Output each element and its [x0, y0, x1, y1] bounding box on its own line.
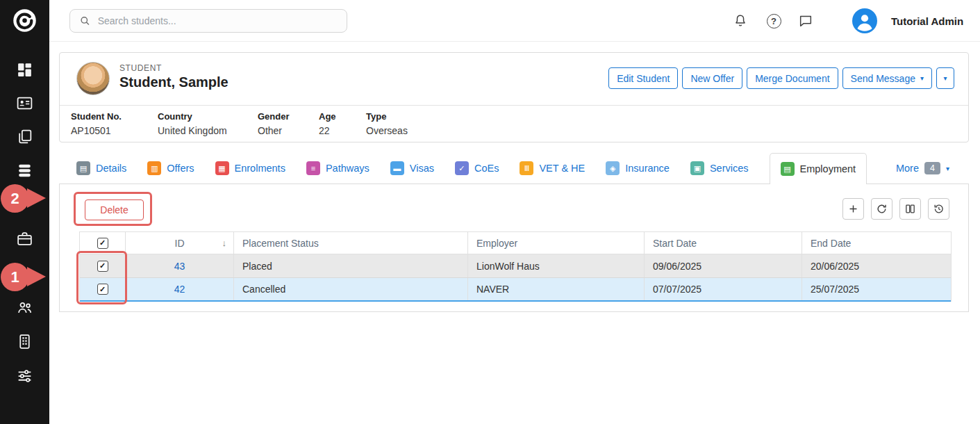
tab-label: Offers [167, 163, 194, 174]
cell-start-date: 07/07/2025 [645, 278, 802, 300]
tab-pathways[interactable]: ≡Pathways [306, 153, 369, 184]
student-header-card: STUDENT Student, Sample Edit Student New… [59, 52, 969, 142]
id-link[interactable]: 43 [174, 261, 185, 272]
tab-label: VET & HE [539, 163, 585, 174]
header-label: ID [175, 238, 185, 249]
tab-insurance[interactable]: ◈Insurance [606, 153, 670, 184]
header-start-date[interactable]: Start Date [645, 232, 802, 254]
sidebar-item-courses[interactable] [16, 162, 33, 179]
tab-label: Visas [410, 163, 434, 174]
sort-desc-icon: ↓ [222, 238, 227, 248]
tab-label: Enrolments [235, 163, 285, 174]
header-end-date[interactable]: End Date [802, 232, 951, 254]
sidebar-item-employment[interactable] [16, 230, 33, 247]
tab-coes[interactable]: ✓CoEs [455, 153, 499, 184]
sidebar-item-organisations[interactable] [16, 333, 33, 350]
delete-button[interactable]: Delete [85, 199, 144, 220]
tab-label: CoEs [474, 163, 499, 174]
table-row[interactable]: ✓ 42 Cancelled NAVER 07/07/2025 25/07/20… [80, 278, 951, 302]
tab-vet-he[interactable]: ⅢVET & HE [520, 153, 585, 184]
help-glyph: ? [771, 16, 776, 26]
messages-button[interactable] [797, 13, 814, 29]
info-label: Student No. [71, 111, 122, 122]
header-id[interactable]: ID↓ [126, 232, 234, 254]
building-icon [16, 333, 33, 350]
refresh-icon [876, 203, 888, 215]
caret-down-icon: ▾ [920, 75, 924, 82]
courses-stack-icon [16, 162, 33, 179]
table-header-row: ✓ ID↓ Placement Status Employer Start Da… [80, 232, 951, 254]
info-student-no: Student No.AP10501 [71, 111, 122, 136]
student-photo [76, 62, 110, 95]
help-button[interactable]: ? [765, 13, 782, 29]
app-logo[interactable] [11, 7, 38, 34]
cell-start-date: 09/06/2025 [645, 254, 802, 277]
user-menu[interactable] [852, 8, 877, 33]
tab-more[interactable]: More 4 ▾ [896, 153, 949, 184]
info-value: AP10501 [71, 125, 122, 136]
header-placement-status[interactable]: Placement Status [234, 232, 468, 254]
employment-tab-icon: ▤ [781, 162, 795, 176]
notifications-button[interactable] [732, 13, 749, 29]
table-toolbar [842, 198, 949, 220]
history-button[interactable] [928, 198, 949, 220]
merge-document-button[interactable]: Merge Document [747, 67, 838, 89]
tab-offers[interactable]: ▥Offers [147, 153, 194, 184]
sidebar-item-documents[interactable] [16, 128, 33, 145]
merge-document-label: Merge Document [755, 73, 829, 84]
tab-enrolments[interactable]: ▦Enrolments [215, 153, 285, 184]
cell-employer: NAVER [468, 278, 645, 300]
check-icon: ✓ [99, 261, 106, 270]
search-input[interactable] [98, 15, 338, 26]
more-count-badge: 4 [924, 162, 940, 174]
select-all-checkbox[interactable]: ✓ [97, 238, 108, 249]
tab-employment[interactable]: ▤Employment [770, 153, 867, 184]
header-label: End Date [811, 238, 851, 249]
visas-tab-icon: ▬ [390, 161, 404, 175]
cell-placement-status: Placed [234, 254, 468, 277]
services-tab-icon: ▣ [690, 161, 704, 175]
row-checkbox[interactable]: ✓ [97, 261, 108, 272]
topbar: ? Tutorial Admin [49, 0, 980, 42]
id-link[interactable]: 42 [174, 284, 185, 295]
info-label: Type [366, 111, 408, 122]
sidebar-item-students[interactable] [16, 95, 33, 112]
sidebar-item-settings[interactable] [16, 367, 33, 384]
cell-id: 42 [126, 278, 234, 300]
tab-services[interactable]: ▣Services [690, 153, 749, 184]
cell-end-date: 20/06/2025 [802, 254, 951, 277]
edit-student-button[interactable]: Edit Student [608, 67, 678, 89]
sidebar [0, 0, 49, 424]
coes-tab-icon: ✓ [455, 161, 469, 175]
tab-label: Insurance [625, 163, 670, 174]
documents-icon [16, 128, 33, 145]
new-offer-button[interactable]: New Offer [682, 67, 742, 89]
more-label: More [896, 163, 919, 174]
info-label: Age [319, 111, 336, 122]
info-label: Country [158, 111, 227, 122]
search-icon [79, 15, 91, 27]
briefcase-icon [16, 230, 33, 247]
sidebar-item-agents[interactable] [16, 299, 33, 316]
row-checkbox[interactable]: ✓ [97, 284, 108, 295]
info-value: United Kingdom [158, 125, 227, 136]
plus-icon [847, 203, 859, 215]
sidebar-item-dashboard[interactable] [16, 61, 33, 79]
columns-button[interactable] [899, 198, 921, 220]
user-name[interactable]: Tutorial Admin [891, 0, 963, 42]
enrolments-tab-icon: ▦ [215, 161, 229, 175]
insurance-tab-icon: ◈ [606, 161, 620, 175]
refresh-button[interactable] [871, 198, 892, 220]
tab-details[interactable]: ▤Details [76, 153, 126, 184]
row-select-cell: ✓ [80, 254, 126, 277]
more-actions-button[interactable]: ▾ [936, 67, 954, 89]
header-employer[interactable]: Employer [468, 232, 645, 254]
info-value: 22 [319, 125, 336, 136]
send-message-button[interactable]: Send Message▾ [842, 67, 932, 89]
student-actions: Edit Student New Offer Merge Document Se… [608, 67, 954, 89]
row-select-cell: ✓ [80, 278, 126, 300]
add-button[interactable] [842, 198, 864, 220]
new-offer-label: New Offer [690, 73, 734, 84]
tab-visas[interactable]: ▬Visas [390, 153, 434, 184]
table-row[interactable]: ✓ 43 Placed LionWolf Haus 09/06/2025 20/… [80, 254, 951, 278]
